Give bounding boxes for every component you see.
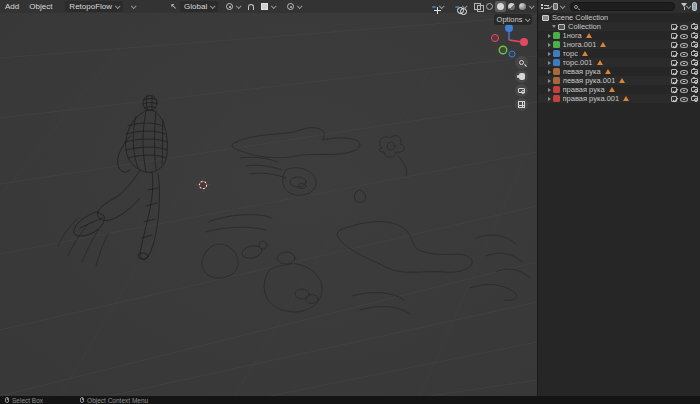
hide-in-viewport-eye-icon[interactable]	[680, 88, 688, 93]
outliner-row[interactable]: левая рука.001	[538, 76, 700, 85]
filter-funnel-icon[interactable]	[681, 3, 684, 10]
disclosure-triangle-icon[interactable]	[548, 61, 551, 65]
snap-target-icon	[261, 3, 268, 10]
disable-in-render-camera-icon[interactable]	[691, 69, 699, 75]
object-name-label: левая рука	[563, 67, 601, 76]
mesh-data-icon	[586, 33, 592, 38]
hide-in-viewport-eye-icon[interactable]	[680, 79, 688, 84]
pan-view-button[interactable]	[515, 70, 528, 83]
outliner-row[interactable]: левая рука	[538, 67, 700, 76]
chevron-down-icon	[439, 3, 445, 9]
tool-dropdown[interactable]	[127, 1, 139, 12]
hide-in-viewport-eye-icon[interactable]	[680, 52, 688, 57]
disclosure-triangle-icon[interactable]	[548, 52, 551, 56]
pivot-point-icon	[226, 3, 233, 10]
viewport-3d[interactable]: Add Object RetopoFlow ↖ Global	[0, 0, 537, 396]
outliner-row[interactable]: правая рука.001	[538, 94, 700, 103]
hide-in-viewport-eye-icon[interactable]	[680, 97, 688, 102]
snap-magnet-icon[interactable]	[246, 2, 255, 11]
show-overlays-icon[interactable]	[455, 6, 459, 8]
outliner-row[interactable]: торс	[538, 49, 700, 58]
scene-collection-icon	[542, 15, 549, 21]
disclosure-triangle-icon[interactable]	[548, 97, 551, 101]
hide-in-viewport-eye-icon[interactable]	[680, 25, 688, 30]
status-right-hint: Object Context Menu	[77, 397, 148, 404]
hide-in-viewport-eye-icon[interactable]	[680, 61, 688, 66]
outliner-panel: Scene Collection Collection 1нога	[537, 0, 700, 396]
chevron-down-icon	[236, 3, 242, 9]
toggle-perspective-button[interactable]	[515, 98, 528, 111]
selectable-checkbox-icon[interactable]	[671, 33, 677, 39]
camera-icon	[518, 88, 525, 93]
retopoflow-menu[interactable]: RetopoFlow	[65, 1, 123, 12]
disclosure-triangle-icon[interactable]	[552, 25, 556, 28]
disclosure-triangle-icon[interactable]	[548, 70, 551, 74]
options-button[interactable]: Options	[494, 14, 532, 25]
disclosure-triangle-icon[interactable]	[548, 43, 551, 47]
outliner-row[interactable]: правая рука	[538, 85, 700, 94]
object-name-label: 1нога	[563, 31, 582, 40]
chevron-down-icon	[547, 3, 553, 9]
outliner-editor-type-icon[interactable]	[541, 3, 545, 10]
library-icon[interactable]	[692, 2, 697, 11]
selectable-checkbox-icon[interactable]	[671, 69, 677, 75]
hide-in-viewport-eye-icon[interactable]	[680, 70, 688, 75]
selectable-checkbox-icon[interactable]	[671, 87, 677, 93]
show-gizmo-dropdown[interactable]	[428, 1, 447, 12]
object-type-icon	[553, 95, 560, 102]
disclosure-triangle-icon[interactable]	[548, 88, 551, 92]
menu-add[interactable]: Add	[0, 0, 24, 13]
selectable-checkbox-icon[interactable]	[671, 42, 677, 48]
disclosure-triangle-icon[interactable]	[548, 79, 551, 83]
menu-object[interactable]: Object	[24, 0, 57, 13]
outliner-row[interactable]: 1нога.001	[538, 40, 700, 49]
object-type-icon	[553, 41, 560, 48]
mesh-data-icon	[605, 69, 611, 74]
show-overlays-dropdown[interactable]	[451, 1, 470, 12]
disable-in-render-camera-icon[interactable]	[691, 78, 699, 84]
zoom-view-button[interactable]	[515, 56, 528, 69]
toggle-xray-icon[interactable]	[472, 2, 484, 11]
outliner-row[interactable]: торс.001	[538, 58, 700, 67]
selectable-checkbox-icon[interactable]	[671, 24, 677, 30]
shading-wireframe-button[interactable]	[484, 1, 495, 12]
shading-solid-button[interactable]	[495, 1, 506, 12]
transform-orientation-dropdown[interactable]: Global	[180, 1, 218, 12]
outliner-search-box[interactable]	[570, 2, 675, 11]
outliner-row[interactable]: 1нога	[538, 31, 700, 40]
show-gizmo-icon[interactable]	[432, 6, 436, 8]
hide-in-viewport-eye-icon[interactable]	[680, 34, 688, 39]
snap-target-dropdown[interactable]	[257, 1, 279, 12]
chevron-down-icon	[686, 3, 692, 9]
proportional-editing-dropdown[interactable]	[283, 1, 305, 12]
disable-in-render-camera-icon[interactable]	[691, 60, 699, 66]
search-input[interactable]	[580, 3, 671, 10]
object-name-label: левая рука.001	[563, 76, 616, 85]
disable-in-render-camera-icon[interactable]	[691, 51, 699, 57]
selectable-checkbox-icon[interactable]	[671, 60, 677, 66]
display-mode-icon[interactable]	[553, 3, 558, 10]
shading-material-button[interactable]	[506, 1, 517, 12]
mouse-icon	[80, 397, 84, 403]
object-type-icon	[553, 32, 560, 39]
disable-in-render-camera-icon[interactable]	[691, 96, 699, 102]
disclosure-triangle-icon[interactable]	[548, 34, 551, 38]
shading-rendered-button[interactable]	[517, 1, 528, 12]
hide-in-viewport-eye-icon[interactable]	[680, 43, 688, 48]
shading-dropdown-icon[interactable]	[529, 3, 535, 9]
disable-in-render-camera-icon[interactable]	[691, 42, 699, 48]
disable-in-render-camera-icon[interactable]	[691, 24, 699, 30]
hand-icon	[519, 73, 525, 80]
pivot-point-dropdown[interactable]	[222, 1, 244, 12]
selectable-checkbox-icon[interactable]	[671, 96, 677, 102]
selectable-checkbox-icon[interactable]	[671, 78, 677, 84]
mesh-data-icon	[609, 87, 615, 92]
disable-in-render-camera-icon[interactable]	[691, 33, 699, 39]
outliner-row-scene-collection[interactable]: Scene Collection	[538, 13, 700, 22]
outliner-row[interactable]: Collection	[538, 22, 700, 31]
disable-in-render-camera-icon[interactable]	[691, 87, 699, 93]
camera-view-button[interactable]	[515, 84, 528, 97]
object-name-label: правая рука	[563, 85, 605, 94]
selectable-checkbox-icon[interactable]	[671, 51, 677, 57]
object-type-icon	[553, 86, 560, 93]
